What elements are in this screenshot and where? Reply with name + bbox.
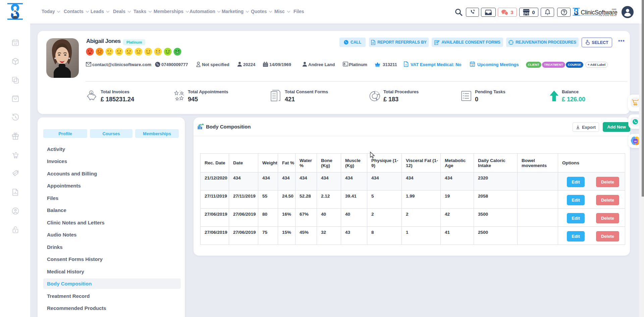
svg-text:AI: AI <box>634 140 637 143</box>
svg-text:TEN STEPS AHEAD: TEN STEPS AHEAD <box>598 15 616 16</box>
svg-text:12: 12 <box>471 64 474 66</box>
svg-text:A: A <box>405 64 407 66</box>
svg-text:.com: .com <box>611 8 616 10</box>
svg-text:12: 12 <box>14 42 17 45</box>
